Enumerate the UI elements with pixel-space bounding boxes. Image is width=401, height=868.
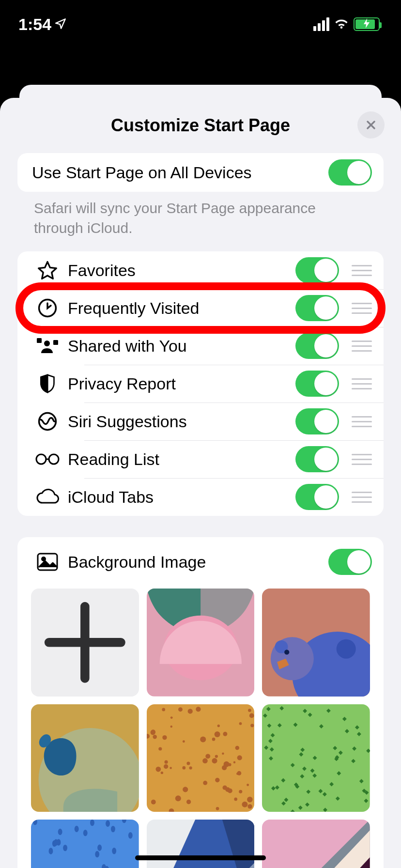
- svg-point-115: [128, 832, 133, 838]
- svg-point-50: [170, 716, 172, 719]
- svg-point-30: [249, 713, 254, 718]
- item-toggle[interactable]: [295, 484, 339, 510]
- item-toggle[interactable]: [295, 257, 339, 283]
- location-icon: [54, 15, 67, 34]
- siri-icon: [32, 411, 63, 432]
- add-background-button[interactable]: [31, 589, 139, 697]
- svg-point-125: [54, 839, 58, 846]
- svg-point-92: [95, 851, 99, 857]
- svg-point-103: [111, 826, 115, 832]
- svg-point-99: [83, 830, 88, 836]
- item-toggle[interactable]: [295, 371, 339, 397]
- svg-point-116: [106, 821, 110, 827]
- drag-handle-icon[interactable]: [352, 303, 372, 314]
- sync-row[interactable]: Use Start Page on All Devices: [17, 153, 384, 192]
- svg-point-37: [223, 731, 227, 736]
- svg-point-78: [187, 709, 192, 713]
- drag-handle-icon[interactable]: [352, 454, 372, 465]
- item-label: Favorites: [63, 261, 292, 280]
- svg-point-28: [164, 764, 168, 768]
- svg-point-35: [215, 778, 219, 782]
- svg-point-51: [200, 736, 206, 742]
- svg-point-22: [214, 731, 220, 737]
- item-row-cloud[interactable]: iCloud Tabs: [17, 478, 384, 516]
- sheet-header: Customize Start Page: [0, 115, 401, 136]
- item-row-shield[interactable]: Privacy Report: [17, 365, 384, 403]
- svg-point-27: [217, 725, 219, 727]
- svg-point-47: [222, 785, 227, 790]
- item-toggle[interactable]: [295, 295, 339, 321]
- item-label: Siri Suggestions: [63, 412, 292, 431]
- background-thumb-parrot[interactable]: [31, 704, 139, 812]
- image-icon: [32, 553, 63, 571]
- glasses-icon: [32, 452, 63, 466]
- drag-handle-icon[interactable]: [352, 265, 372, 276]
- background-toggle[interactable]: [328, 549, 372, 575]
- svg-point-6: [49, 454, 59, 464]
- svg-rect-1: [37, 338, 42, 343]
- svg-point-58: [202, 758, 208, 763]
- background-thumb-rain-blue[interactable]: [31, 820, 139, 868]
- sync-hint: Safari will sync your Start Page appeara…: [17, 192, 384, 238]
- svg-point-102: [49, 848, 53, 854]
- svg-point-77: [212, 737, 215, 741]
- svg-point-8: [42, 558, 46, 561]
- svg-rect-7: [38, 554, 57, 570]
- drag-handle-icon[interactable]: [352, 492, 372, 503]
- drag-handle-icon[interactable]: [352, 416, 372, 427]
- svg-rect-83: [31, 820, 139, 868]
- svg-point-31: [247, 804, 252, 808]
- item-label: Frequently Visited: [63, 299, 292, 318]
- svg-point-33: [203, 781, 207, 785]
- svg-point-48: [239, 790, 242, 793]
- item-row-glasses[interactable]: Reading List: [17, 440, 384, 478]
- item-label: Shared with You: [63, 337, 292, 356]
- item-row-star[interactable]: Favorites: [17, 251, 384, 289]
- svg-point-79: [236, 773, 239, 775]
- svg-point-42: [162, 708, 165, 711]
- items-card: FavoritesFrequently VisitedShared with Y…: [17, 251, 384, 516]
- people-icon: [32, 337, 63, 355]
- svg-point-121: [97, 845, 102, 851]
- item-label: Reading List: [63, 450, 292, 469]
- item-toggle[interactable]: [295, 446, 339, 472]
- shield-icon: [32, 373, 63, 394]
- item-row-people[interactable]: Shared with You: [17, 327, 384, 365]
- svg-point-67: [158, 747, 162, 750]
- svg-point-55: [175, 795, 181, 801]
- sheet-title: Customize Start Page: [111, 115, 290, 135]
- battery-charging-icon: [354, 17, 380, 31]
- svg-point-46: [182, 766, 185, 769]
- svg-point-25: [205, 754, 210, 759]
- background-thumb-tri-pink[interactable]: [262, 820, 370, 868]
- svg-point-53: [151, 800, 156, 805]
- svg-point-66: [186, 800, 191, 804]
- svg-point-81: [247, 797, 253, 803]
- sync-toggle[interactable]: [328, 159, 372, 186]
- item-toggle[interactable]: [295, 333, 339, 359]
- svg-point-57: [248, 709, 251, 712]
- svg-point-76: [183, 740, 185, 743]
- background-thumb-dots-orange[interactable]: [147, 704, 255, 812]
- background-thumb-butterfly[interactable]: [147, 589, 255, 697]
- item-row-clock[interactable]: Frequently Visited: [17, 289, 384, 327]
- background-thumb-bear[interactable]: [262, 589, 370, 697]
- drag-handle-icon[interactable]: [352, 341, 372, 352]
- item-row-siri[interactable]: Siri Suggestions: [17, 403, 384, 440]
- star-icon: [32, 260, 63, 281]
- background-header-row[interactable]: Background Image: [17, 537, 384, 580]
- drag-handle-icon[interactable]: [352, 378, 372, 389]
- background-thumb-dots-green[interactable]: [262, 704, 370, 812]
- svg-point-45: [170, 767, 171, 769]
- svg-point-64: [164, 760, 168, 763]
- close-button[interactable]: [357, 111, 385, 139]
- svg-point-43: [153, 735, 156, 739]
- customize-start-page-sheet: Customize Start Page Use Start Page on A…: [0, 98, 401, 868]
- home-indicator[interactable]: [135, 855, 266, 860]
- background-thumb-tri-blue[interactable]: [147, 820, 255, 868]
- svg-point-41: [215, 755, 217, 758]
- item-toggle[interactable]: [295, 408, 339, 434]
- cellular-icon: [313, 17, 329, 31]
- sync-label: Use Start Page on All Devices: [32, 163, 324, 182]
- status-bar: 1:54: [0, 0, 401, 48]
